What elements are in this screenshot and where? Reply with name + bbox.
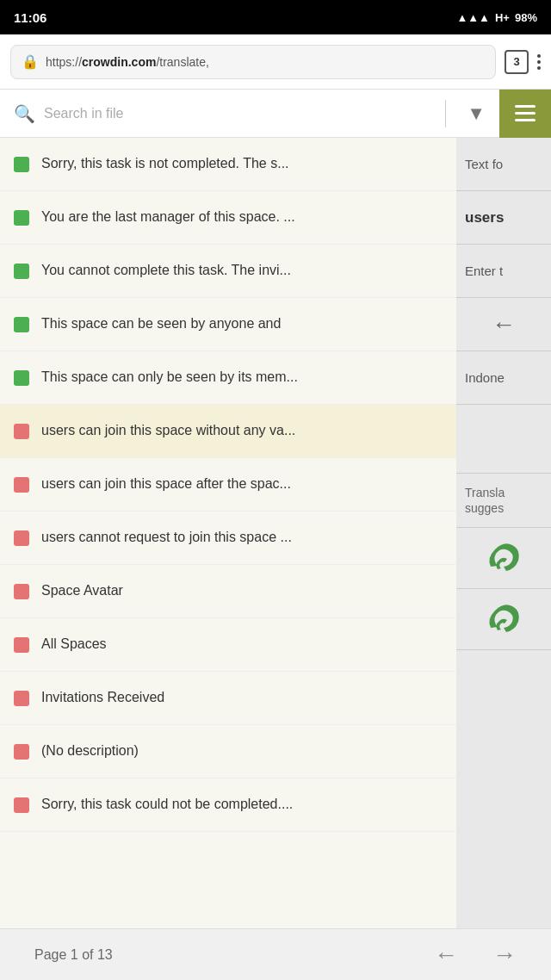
menu-dot	[537, 54, 541, 58]
users-label: users	[465, 209, 504, 226]
browser-menu-button[interactable]	[537, 54, 541, 70]
right-panel: Text fo users Enter t ← Indone Transla s…	[456, 138, 551, 928]
item-text: (No description)	[41, 742, 443, 760]
back-arrow-icon[interactable]: ←	[492, 311, 516, 338]
text-fo-section: Text fo	[456, 138, 551, 191]
item-text: users can join this space without any va…	[41, 422, 443, 440]
item-text: Space Avatar	[41, 582, 443, 600]
translate-line1: Transla	[465, 486, 505, 499]
list-item[interactable]: Invitations Received	[0, 672, 456, 725]
indonesian-section: Indone	[456, 351, 551, 405]
list-item[interactable]: This space can only be seen by its mem..…	[0, 351, 456, 405]
users-section: users	[456, 191, 551, 245]
menu-line	[515, 112, 536, 115]
item-text: Sorry, this task could not be completed.…	[41, 796, 443, 814]
search-icon: 🔍	[14, 103, 35, 124]
status-dot	[14, 691, 29, 706]
status-dot	[14, 210, 29, 226]
status-dot	[14, 797, 29, 813]
next-page-button[interactable]: →	[492, 941, 517, 969]
menu-dot	[537, 66, 541, 70]
divider	[445, 100, 446, 127]
pagination-bar: Page 1 of 13 ← →	[0, 928, 551, 980]
item-text: This space can be seen by anyone and	[41, 315, 443, 333]
list-item[interactable]: Sorry, this task could not be completed.…	[0, 778, 456, 832]
crowdin-logo	[482, 537, 525, 580]
status-dot	[14, 744, 29, 760]
list-item[interactable]: All Spaces	[0, 618, 456, 672]
back-arrow-section[interactable]: ←	[456, 298, 551, 351]
item-text: This space can only be seen by its mem..…	[41, 369, 443, 387]
empty-section	[456, 405, 551, 474]
list-item[interactable]: (No description)	[0, 725, 456, 778]
item-text: All Spaces	[41, 636, 443, 654]
list-item[interactable]: users cannot request to join this space …	[0, 512, 456, 565]
menu-line	[515, 105, 536, 108]
item-text: users can join this space after the spac…	[41, 475, 443, 493]
list-item[interactable]: users can join this space after the spac…	[0, 458, 456, 512]
search-bar: 🔍 Search in file ▼	[0, 90, 551, 138]
battery-display: 98%	[515, 11, 537, 24]
list-item[interactable]: You are the last manager of this space. …	[0, 191, 456, 245]
menu-line	[515, 119, 536, 121]
list-item[interactable]: Space Avatar	[0, 565, 456, 618]
translate-section: Transla sugges	[456, 474, 551, 528]
item-text: users cannot request to join this space …	[41, 529, 443, 547]
menu-dot	[537, 60, 541, 64]
logo-section	[456, 528, 551, 589]
crowdin-logo-svg-2	[482, 598, 525, 641]
status-bar: 11:06 ▲▲▲ H+ 98%	[0, 0, 551, 34]
network-type: H+	[495, 11, 510, 24]
url-text: https://crowdin.com/translate,	[46, 55, 209, 69]
filter-icon[interactable]: ▼	[453, 102, 499, 125]
signal-icon: ▲▲▲	[456, 11, 490, 24]
indonesian-label: Indone	[465, 370, 505, 385]
status-dot	[14, 370, 29, 386]
prev-page-button[interactable]: ←	[434, 941, 458, 969]
time-display: 11:06	[14, 10, 46, 25]
hamburger-menu-button[interactable]	[499, 90, 551, 138]
status-dot	[14, 637, 29, 653]
text-fo-label: Text fo	[465, 157, 503, 171]
status-dot	[14, 530, 29, 546]
status-dot	[14, 584, 29, 599]
list-item[interactable]: You cannot complete this task. The invi.…	[0, 245, 456, 298]
url-bar[interactable]: 🔒 https://crowdin.com/translate,	[10, 45, 496, 79]
list-item[interactable]: users can join this space without any va…	[0, 405, 456, 458]
list-item[interactable]: This space can be seen by anyone and	[0, 298, 456, 351]
translate-line2: sugges	[465, 501, 504, 515]
page-nav: ← →	[434, 941, 517, 969]
list-item[interactable]: Sorry, this task is not completed. The s…	[0, 138, 456, 191]
status-dot	[14, 157, 29, 172]
crowdin-logo-svg	[482, 537, 525, 580]
item-text: You are the last manager of this space. …	[41, 208, 443, 226]
status-dot	[14, 477, 29, 493]
crowdin-logo-2	[482, 598, 525, 641]
main-area: Sorry, this task is not completed. The s…	[0, 138, 551, 928]
item-text: You cannot complete this task. The invi.…	[41, 262, 443, 280]
status-dot	[14, 264, 29, 279]
enter-label: Enter t	[465, 264, 503, 278]
tab-count[interactable]: 3	[505, 50, 529, 74]
enter-section: Enter t	[456, 245, 551, 298]
lock-icon: 🔒	[22, 53, 39, 70]
list-panel: Sorry, this task is not completed. The s…	[0, 138, 456, 928]
status-dot	[14, 317, 29, 332]
item-text: Sorry, this task is not completed. The s…	[41, 155, 443, 173]
status-dot	[14, 424, 29, 439]
logo-section-2	[456, 589, 551, 650]
page-info: Page 1 of 13	[34, 947, 113, 963]
item-text: Invitations Received	[41, 689, 443, 707]
search-input[interactable]: Search in file	[44, 106, 438, 121]
browser-bar: 🔒 https://crowdin.com/translate, 3	[0, 34, 551, 90]
